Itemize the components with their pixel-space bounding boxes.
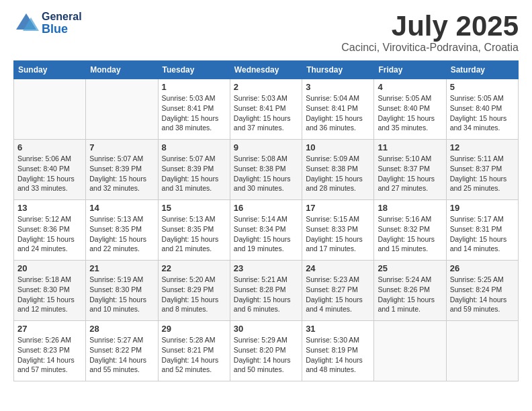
day-number: 26 [450,263,515,273]
day-number: 12 [450,142,515,152]
day-number: 5 [450,82,515,92]
day-number: 30 [234,324,298,334]
page-header: General Blue July 2025 Cacinci, Viroviti… [13,11,519,54]
day-number: 4 [378,82,442,92]
day-info: Sunrise: 5:28 AMSunset: 8:21 PMDaylight:… [162,335,226,375]
location: Cacinci, Virovitica-Podravina, Croatia [341,42,519,54]
calendar-week-row: 6Sunrise: 5:06 AMSunset: 8:40 PMDaylight… [14,140,519,200]
calendar-cell: 27Sunrise: 5:26 AMSunset: 8:23 PMDayligh… [14,321,86,381]
calendar-cell: 28Sunrise: 5:27 AMSunset: 8:22 PMDayligh… [86,321,158,381]
calendar-cell: 18Sunrise: 5:16 AMSunset: 8:32 PMDayligh… [374,200,446,261]
day-header-monday: Monday [86,61,158,79]
calendar-table: SundayMondayTuesdayWednesdayThursdayFrid… [13,60,519,381]
calendar-cell: 2Sunrise: 5:03 AMSunset: 8:41 PMDaylight… [230,79,302,140]
day-info: Sunrise: 5:10 AMSunset: 8:37 PMDaylight:… [378,154,442,193]
calendar-cell: 11Sunrise: 5:10 AMSunset: 8:37 PMDayligh… [374,140,446,200]
day-info: Sunrise: 5:16 AMSunset: 8:32 PMDaylight:… [378,214,442,254]
day-info: Sunrise: 5:13 AMSunset: 8:35 PMDaylight:… [162,214,226,254]
calendar-cell: 15Sunrise: 5:13 AMSunset: 8:35 PMDayligh… [158,200,230,261]
calendar-cell: 7Sunrise: 5:07 AMSunset: 8:39 PMDaylight… [86,140,158,200]
day-header-wednesday: Wednesday [230,61,302,79]
calendar-cell [86,79,158,140]
calendar-cell: 31Sunrise: 5:30 AMSunset: 8:19 PMDayligh… [302,321,374,381]
day-info: Sunrise: 5:24 AMSunset: 8:26 PMDaylight:… [378,275,442,314]
logo-icon [13,11,39,36]
day-header-saturday: Saturday [446,61,518,79]
day-number: 22 [162,263,226,273]
day-info: Sunrise: 5:25 AMSunset: 8:24 PMDaylight:… [450,275,515,314]
day-number: 3 [306,82,370,92]
day-number: 29 [162,324,226,334]
calendar-cell: 16Sunrise: 5:14 AMSunset: 8:34 PMDayligh… [230,200,302,261]
day-info: Sunrise: 5:14 AMSunset: 8:34 PMDaylight:… [234,214,298,254]
day-number: 11 [378,142,442,152]
day-number: 21 [89,263,154,273]
calendar-cell: 30Sunrise: 5:29 AMSunset: 8:20 PMDayligh… [230,321,302,381]
calendar-header-row: SundayMondayTuesdayWednesdayThursdayFrid… [14,61,519,79]
day-info: Sunrise: 5:29 AMSunset: 8:20 PMDaylight:… [234,335,298,375]
day-info: Sunrise: 5:17 AMSunset: 8:31 PMDaylight:… [450,214,515,254]
day-number: 19 [450,203,515,213]
calendar-cell: 23Sunrise: 5:21 AMSunset: 8:28 PMDayligh… [230,261,302,321]
calendar-cell [374,321,446,381]
day-info: Sunrise: 5:18 AMSunset: 8:30 PMDaylight:… [17,275,82,314]
calendar-cell: 8Sunrise: 5:07 AMSunset: 8:39 PMDaylight… [158,140,230,200]
day-info: Sunrise: 5:15 AMSunset: 8:33 PMDaylight:… [306,214,370,254]
calendar-week-row: 1Sunrise: 5:03 AMSunset: 8:41 PMDaylight… [14,79,519,140]
day-info: Sunrise: 5:30 AMSunset: 8:19 PMDaylight:… [306,335,370,375]
calendar-cell: 22Sunrise: 5:20 AMSunset: 8:29 PMDayligh… [158,261,230,321]
day-info: Sunrise: 5:20 AMSunset: 8:29 PMDaylight:… [162,275,226,314]
day-number: 2 [234,82,298,92]
calendar-cell: 19Sunrise: 5:17 AMSunset: 8:31 PMDayligh… [446,200,518,261]
day-number: 8 [162,142,226,152]
logo-text: General Blue [42,11,82,36]
day-number: 15 [162,203,226,213]
calendar-cell: 5Sunrise: 5:05 AMSunset: 8:40 PMDaylight… [446,79,518,140]
day-number: 7 [89,142,154,152]
calendar-cell: 29Sunrise: 5:28 AMSunset: 8:21 PMDayligh… [158,321,230,381]
day-info: Sunrise: 5:13 AMSunset: 8:35 PMDaylight:… [89,214,154,254]
day-number: 9 [234,142,298,152]
calendar-cell: 25Sunrise: 5:24 AMSunset: 8:26 PMDayligh… [374,261,446,321]
day-number: 20 [17,263,82,273]
calendar-week-row: 13Sunrise: 5:12 AMSunset: 8:36 PMDayligh… [14,200,519,261]
day-number: 23 [234,263,298,273]
calendar-cell: 10Sunrise: 5:09 AMSunset: 8:38 PMDayligh… [302,140,374,200]
day-info: Sunrise: 5:09 AMSunset: 8:38 PMDaylight:… [306,154,370,193]
day-header-friday: Friday [374,61,446,79]
calendar-cell: 12Sunrise: 5:11 AMSunset: 8:37 PMDayligh… [446,140,518,200]
day-info: Sunrise: 5:03 AMSunset: 8:41 PMDaylight:… [234,93,298,133]
day-info: Sunrise: 5:05 AMSunset: 8:40 PMDaylight:… [450,93,515,133]
day-info: Sunrise: 5:04 AMSunset: 8:41 PMDaylight:… [306,93,370,133]
calendar-cell: 6Sunrise: 5:06 AMSunset: 8:40 PMDaylight… [14,140,86,200]
calendar-cell: 1Sunrise: 5:03 AMSunset: 8:41 PMDaylight… [158,79,230,140]
day-number: 10 [306,142,370,152]
month-title: July 2025 [341,11,519,42]
day-info: Sunrise: 5:07 AMSunset: 8:39 PMDaylight:… [89,154,154,193]
day-info: Sunrise: 5:03 AMSunset: 8:41 PMDaylight:… [162,93,226,133]
calendar-week-row: 27Sunrise: 5:26 AMSunset: 8:23 PMDayligh… [14,321,519,381]
day-header-sunday: Sunday [14,61,86,79]
day-info: Sunrise: 5:11 AMSunset: 8:37 PMDaylight:… [450,154,515,193]
day-header-thursday: Thursday [302,61,374,79]
calendar-cell: 17Sunrise: 5:15 AMSunset: 8:33 PMDayligh… [302,200,374,261]
day-info: Sunrise: 5:12 AMSunset: 8:36 PMDaylight:… [17,214,82,254]
day-info: Sunrise: 5:07 AMSunset: 8:39 PMDaylight:… [162,154,226,193]
day-info: Sunrise: 5:08 AMSunset: 8:38 PMDaylight:… [234,154,298,193]
calendar-cell: 21Sunrise: 5:19 AMSunset: 8:30 PMDayligh… [86,261,158,321]
day-header-tuesday: Tuesday [158,61,230,79]
calendar-cell: 14Sunrise: 5:13 AMSunset: 8:35 PMDayligh… [86,200,158,261]
day-number: 17 [306,203,370,213]
day-info: Sunrise: 5:27 AMSunset: 8:22 PMDaylight:… [89,335,154,375]
calendar-cell: 4Sunrise: 5:05 AMSunset: 8:40 PMDaylight… [374,79,446,140]
day-info: Sunrise: 5:23 AMSunset: 8:27 PMDaylight:… [306,275,370,314]
day-number: 16 [234,203,298,213]
day-number: 27 [17,324,82,334]
day-number: 31 [306,324,370,334]
calendar-cell: 13Sunrise: 5:12 AMSunset: 8:36 PMDayligh… [14,200,86,261]
day-number: 14 [89,203,154,213]
day-number: 28 [89,324,154,334]
calendar-cell: 26Sunrise: 5:25 AMSunset: 8:24 PMDayligh… [446,261,518,321]
day-info: Sunrise: 5:06 AMSunset: 8:40 PMDaylight:… [17,154,82,193]
day-info: Sunrise: 5:19 AMSunset: 8:30 PMDaylight:… [89,275,154,314]
